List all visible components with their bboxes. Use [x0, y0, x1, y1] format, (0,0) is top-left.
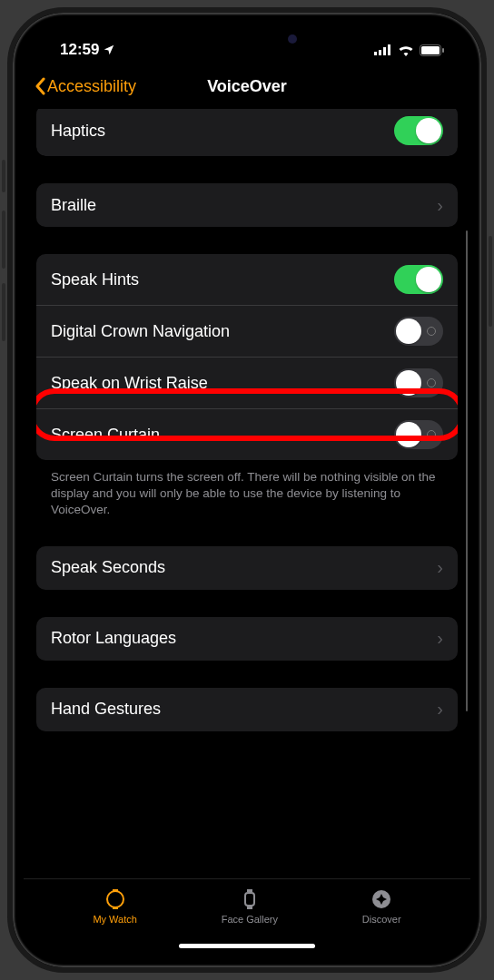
back-button[interactable]: Accessibility — [35, 77, 136, 96]
tab-label: Face Gallery — [222, 914, 278, 925]
chevron-right-icon: › — [437, 628, 443, 649]
row-wrist-raise[interactable]: Speak on Wrist Raise — [36, 357, 458, 408]
svg-rect-0 — [374, 52, 377, 55]
tab-label: My Watch — [93, 914, 137, 925]
svg-rect-10 — [245, 893, 254, 906]
toggle-wrist-raise[interactable] — [394, 368, 443, 397]
svg-rect-11 — [247, 889, 252, 892]
page-title: VoiceOver — [207, 77, 287, 96]
label-digital-crown: Digital Crown Navigation — [51, 322, 230, 341]
notch — [152, 24, 342, 51]
row-speak-seconds[interactable]: Speak Seconds › — [36, 546, 458, 590]
toggle-speak-hints[interactable] — [394, 265, 443, 294]
tab-discover[interactable]: Discover — [362, 888, 401, 956]
label-wrist-raise: Speak on Wrist Raise — [51, 374, 208, 393]
location-icon — [103, 44, 115, 56]
row-rotor-languages[interactable]: Rotor Languages › — [36, 617, 458, 661]
footer-screen-curtain: Screen Curtain turns the screen off. The… — [36, 462, 458, 519]
chevron-right-icon: › — [437, 557, 443, 578]
back-label: Accessibility — [47, 77, 136, 96]
svg-rect-1 — [379, 50, 381, 55]
phone-frame: 12:59 Accessibility VoiceOver Haptics — [7, 7, 487, 973]
label-haptics: Haptics — [51, 122, 105, 141]
label-speak-seconds: Speak Seconds — [51, 558, 165, 577]
chevron-right-icon: › — [437, 699, 443, 720]
toggle-digital-crown[interactable] — [394, 317, 443, 346]
nav-bar: Accessibility VoiceOver — [24, 65, 470, 109]
scroll-indicator[interactable] — [466, 230, 469, 711]
toggle-haptics[interactable] — [394, 116, 443, 145]
tab-my-watch[interactable]: My Watch — [93, 888, 137, 956]
toggle-screen-curtain[interactable] — [394, 420, 443, 449]
label-screen-curtain: Screen Curtain — [51, 426, 160, 445]
label-speak-hints: Speak Hints — [51, 270, 139, 289]
row-hand-gestures[interactable]: Hand Gestures › — [36, 688, 458, 731]
label-hand-gestures: Hand Gestures — [51, 700, 161, 719]
row-haptics[interactable]: Haptics — [36, 109, 458, 156]
battery-icon — [420, 44, 445, 56]
chevron-left-icon — [35, 77, 45, 95]
status-time: 12:59 — [60, 41, 99, 59]
row-speak-hints[interactable]: Speak Hints — [36, 254, 458, 305]
gallery-icon — [239, 888, 261, 910]
row-digital-crown[interactable]: Digital Crown Navigation — [36, 305, 458, 357]
cellular-icon — [374, 44, 392, 55]
svg-rect-9 — [113, 906, 118, 909]
label-rotor-languages: Rotor Languages — [51, 629, 176, 648]
svg-rect-6 — [442, 48, 444, 53]
label-braille: Braille — [51, 196, 96, 215]
wifi-icon — [398, 44, 414, 56]
compass-icon — [370, 888, 392, 910]
svg-rect-5 — [421, 46, 440, 54]
screen: 12:59 Accessibility VoiceOver Haptics — [24, 24, 470, 956]
row-braille[interactable]: Braille › — [36, 183, 458, 227]
svg-rect-2 — [383, 47, 386, 55]
settings-content[interactable]: Haptics Braille › Speak Hints Digital Cr — [24, 109, 470, 878]
row-screen-curtain[interactable]: Screen Curtain — [36, 408, 458, 460]
svg-rect-3 — [388, 44, 390, 55]
watch-icon — [104, 888, 126, 910]
svg-point-7 — [107, 891, 124, 907]
home-indicator[interactable] — [179, 944, 315, 948]
chevron-right-icon: › — [437, 195, 443, 216]
svg-rect-12 — [247, 906, 252, 909]
tab-label: Discover — [362, 914, 401, 925]
svg-rect-8 — [113, 889, 118, 892]
